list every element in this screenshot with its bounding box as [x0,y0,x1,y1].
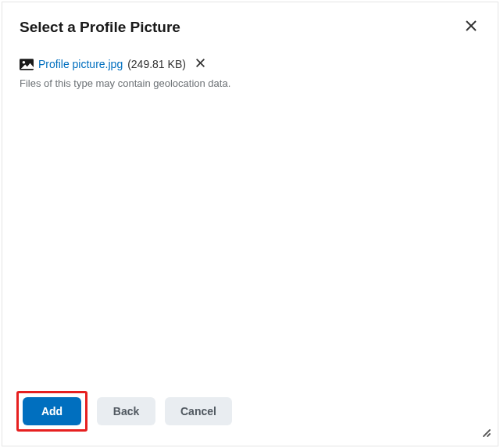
image-icon [20,59,34,70]
dialog-title: Select a Profile Picture [20,19,180,36]
add-button[interactable]: Add [23,397,81,425]
close-button[interactable] [462,16,480,38]
file-row: Profile picture.jpg (249.81 KB) [20,56,480,72]
file-size: (249.81 KB) [127,58,186,70]
svg-line-7 [488,434,490,436]
remove-file-button[interactable] [194,56,207,72]
resize-icon [479,425,491,441]
geolocation-warning: Files of this type may contain geolocati… [20,77,480,89]
cancel-button[interactable]: Cancel [165,397,232,425]
add-button-highlight: Add [16,391,88,432]
resize-handle[interactable] [479,425,491,441]
dialog-header: Select a Profile Picture [2,2,498,50]
back-button[interactable]: Back [97,397,155,425]
file-name-link[interactable]: Profile picture.jpg [38,58,123,70]
dialog-footer: Add Back Cancel [2,380,498,446]
svg-point-3 [23,61,26,64]
close-icon [195,58,205,70]
profile-picture-dialog: Select a Profile Picture Profile picture… [2,2,498,446]
close-icon [465,20,477,34]
dialog-body: Profile picture.jpg (249.81 KB) Files of… [2,50,498,380]
